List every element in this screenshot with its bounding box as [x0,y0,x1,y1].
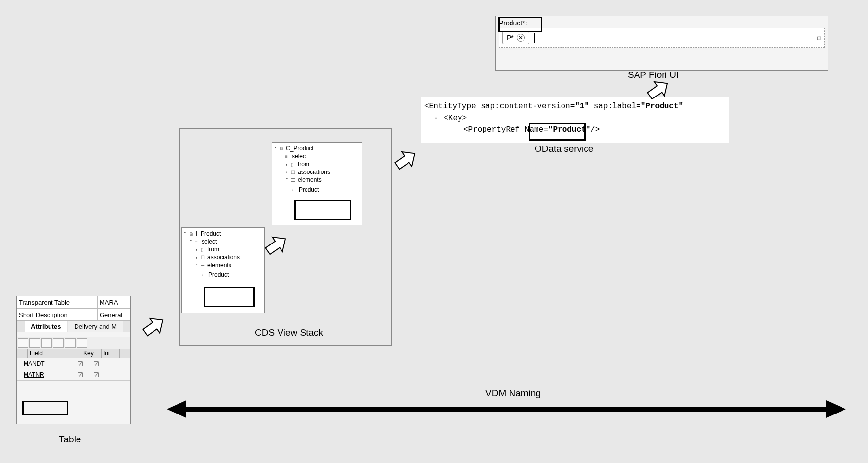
field-ini-check: ☑ [88,371,104,379]
arrow-icon [263,231,290,260]
table-type-value: MARA [98,296,130,308]
tree-node-elements: elements [207,262,231,268]
value-help-icon[interactable]: ⧉ [817,34,821,42]
odata-caption: OData service [535,144,593,154]
field-ini-check: ☑ [88,360,104,367]
tree-node-name: I_Product [196,230,221,237]
fiori-panel: Product*: P* ✕ ⧉ [495,16,828,71]
tab-delivery[interactable]: Delivery and M [68,321,123,332]
vdm-naming-label: VDM Naming [485,388,541,399]
tab-attributes[interactable]: Attributes [25,321,67,332]
toolbar-button[interactable] [65,338,76,348]
odata-text: sap:label= [589,102,641,111]
arrow-icon [392,146,420,175]
tree-node-associations: associations [298,169,330,175]
toolbar-button[interactable] [53,338,64,348]
highlight-fiori-label [498,17,542,32]
highlight-odata-product [529,123,586,141]
clear-icon[interactable]: ✕ [517,34,525,42]
field-header-name: Field [28,349,81,358]
table-row: MANDT ☑ ☑ [17,358,130,369]
field-header-key: Key [81,349,102,358]
tree-node-name: C_Product [286,145,314,152]
toolbar-button[interactable] [29,338,40,348]
toolbar-button[interactable] [41,338,52,348]
tree-node-from: from [207,246,219,253]
fiori-input-row[interactable]: P* ✕ ⧉ [499,28,825,48]
table-row: MATNR ☑ ☑ [17,369,130,381]
table-type-label: Transparent Table [17,296,98,308]
field-name: MANDT [17,360,73,367]
arrow-icon [645,76,672,105]
toolbar-button[interactable] [77,338,87,348]
fiori-token[interactable]: P* ✕ [502,31,529,44]
fiori-text-input[interactable] [534,33,814,43]
cds-caption: CDS View Stack [255,327,323,338]
tree-node-select: select [202,238,217,245]
tree-node-from: from [298,161,309,168]
field-header-ini: Ini [102,349,120,358]
odata-text: /> [590,125,600,134]
highlight-matnr [22,401,68,415]
toolbar-button[interactable] [18,338,28,348]
tree-node-select: select [292,153,307,160]
table-desc-value: General [98,309,130,320]
tree-node-product: Product [208,271,229,278]
table-desc-label: Short Description [17,309,98,320]
field-key-check: ☑ [73,360,88,367]
svg-marker-0 [167,400,846,418]
table-toolbar [17,337,130,349]
arrow-icon [140,313,168,341]
highlight-i-product [204,287,255,307]
odata-key: - <Key> [424,112,726,124]
double-arrow [167,399,846,424]
tree-node-associations: associations [207,254,240,261]
highlight-c-product [294,200,351,220]
tree-node-product: Product [299,186,319,193]
odata-version: "1" [575,102,589,111]
odata-text: <EntityType sap:content-version= [424,102,575,111]
table-caption: Table [59,434,81,445]
fiori-field-label: Product*: [499,19,825,27]
field-key-check: ☑ [73,371,88,379]
tree-node-elements: elements [298,176,322,183]
field-name: MATNR [17,371,73,378]
fiori-token-text: P* [507,34,514,42]
